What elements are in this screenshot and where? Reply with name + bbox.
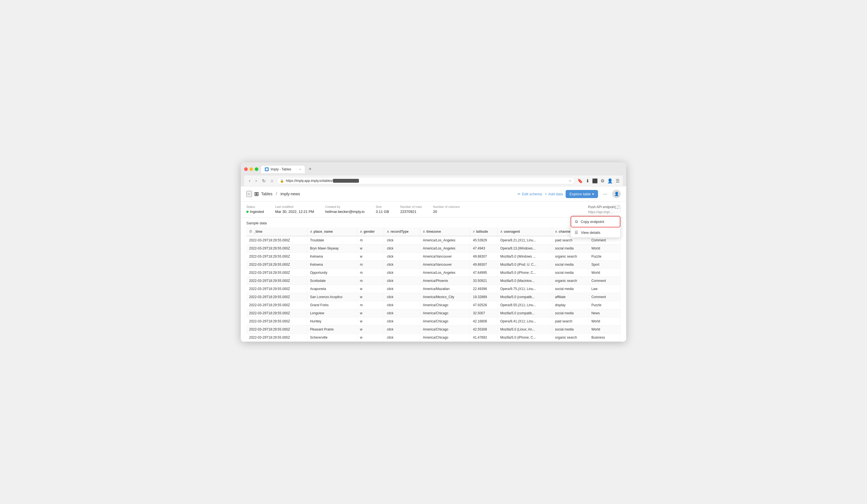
download-icon[interactable]: ⬇ (586, 178, 589, 184)
header-row: ⏱ _time A place_name (246, 227, 621, 236)
address-bar[interactable]: 🔒 https://imply.app.imply.io/tables/ ☆ (277, 177, 575, 184)
tab-close-button[interactable]: × (299, 168, 301, 171)
data-table: ⏱ _time A place_name (246, 227, 621, 342)
dropdown-menu: ⧉ Copy endpoint ☰ View details (570, 216, 621, 238)
table-row: 2022-03-29T18:29:55.000ZAcaponetawclickA… (246, 285, 621, 293)
table-container: ⏱ _time A place_name (246, 227, 621, 342)
cell-7-4: America/Mexico_City (420, 293, 470, 301)
cell-1-8: World (589, 245, 621, 253)
star-icon[interactable]: ☆ (568, 179, 572, 183)
add-data-button[interactable]: + Add data (545, 192, 563, 196)
cell-6-8: Law (589, 285, 621, 293)
back-button[interactable]: ‹ (247, 178, 251, 184)
tab-favicon (265, 167, 269, 171)
col-gender: A gender (357, 227, 384, 236)
details-icon: ☰ (575, 230, 578, 235)
url-masked (333, 179, 359, 183)
avatar-icon: 👤 (614, 192, 619, 196)
string-type-icon-5: A (500, 230, 503, 233)
status-label: Status (246, 205, 264, 208)
cell-3-5: 49.88307 (470, 261, 497, 269)
cell-0-3: click (384, 236, 420, 245)
close-traffic-light[interactable] (244, 167, 248, 171)
table-row: 2022-03-29T18:29:55.000ZHuntleywclickAme… (246, 318, 621, 325)
tab-title: Imply - Tables (271, 167, 291, 171)
refresh-button[interactable]: ↻ (260, 178, 267, 184)
string-type-icon-4: A (423, 230, 425, 233)
cell-6-3: click (384, 285, 420, 293)
profile-icon[interactable]: 👤 (607, 178, 613, 184)
extensions-icon[interactable]: ⬛ (592, 178, 598, 184)
cell-2-5: 49.88307 (470, 253, 497, 261)
avatar[interactable]: 👤 (612, 190, 621, 198)
cell-5-4: America/Phoenix (420, 277, 470, 285)
edit-schema-button[interactable]: ✏ Edit schema (517, 192, 542, 196)
header-more-button[interactable]: ··· (601, 190, 609, 198)
cell-7-2: w (357, 293, 384, 301)
cell-3-7: social media (552, 261, 589, 269)
breadcrumb-parent[interactable]: Tables (261, 192, 272, 196)
col-place-name-label: place_name (314, 230, 333, 234)
cell-5-3: click (384, 277, 420, 285)
cell-1-6: Opera/8.13.(Windows... (497, 245, 552, 253)
cell-5-5: 33.50921 (470, 277, 497, 285)
meta-more-button[interactable]: ··· (612, 205, 621, 212)
cell-4-1: Opportunity (307, 269, 357, 277)
cell-10-6: Opera/8.41.(X11; Linu... (497, 318, 552, 325)
nav-bar: ‹ › ↻ ⌂ 🔒 https://imply.app.imply.io/tab… (244, 175, 623, 186)
cell-11-5: 42.55308 (470, 325, 497, 334)
cell-11-0: 2022-03-29T18:29:55.000Z (246, 325, 307, 334)
status-dot (246, 211, 249, 213)
table-row: 2022-03-29T18:29:55.000ZLongviewwclickAm… (246, 309, 621, 318)
table-row: 2022-03-29T18:29:55.000ZScherervillewcli… (246, 334, 621, 342)
tables-icon: ⊞ (254, 191, 259, 197)
cell-10-1: Huntley (307, 318, 357, 325)
cell-8-3: click (384, 301, 420, 309)
cell-10-7: paid search (552, 318, 589, 325)
meta-last-modified: Last modified Mar 30, 2022, 12:21 PM (275, 205, 314, 214)
col-timezone-label: timezone (427, 230, 441, 234)
view-details-item[interactable]: ☰ View details (571, 227, 620, 237)
cell-3-4: America/Vancouver (420, 261, 470, 269)
cell-12-5: 41.47892 (470, 334, 497, 342)
cell-0-5: 45.53929 (470, 236, 497, 245)
menu-icon[interactable]: ☰ (616, 178, 620, 184)
table-header: ⏱ _time A place_name (246, 227, 621, 236)
new-tab-button[interactable]: + (307, 165, 314, 173)
string-type-icon-1: A (310, 230, 312, 233)
maximize-traffic-light[interactable] (255, 167, 258, 171)
cell-12-4: America/Chicago (420, 334, 470, 342)
plus-icon: + (545, 192, 547, 196)
cell-0-6: Opera/8.21.(X11; Linu... (497, 236, 552, 245)
size-value: 3.11 GB (376, 210, 389, 214)
view-details-label: View details (581, 230, 600, 235)
cell-12-6: Mozilla/5.0 (iPhone; C... (497, 334, 552, 342)
table-row: 2022-03-29T18:29:55.000ZGrand Forksmclic… (246, 301, 621, 309)
settings-icon[interactable]: ⚙ (600, 178, 604, 184)
cell-11-2: w (357, 325, 384, 334)
cell-6-6: Opera/9.75.(X11; Linu... (497, 285, 552, 293)
cell-10-5: 42.16808 (470, 318, 497, 325)
cell-3-2: m (357, 261, 384, 269)
cell-4-7: social media (552, 269, 589, 277)
cell-7-0: 2022-03-29T18:29:55.000Z (246, 293, 307, 301)
cell-7-7: affiliate (552, 293, 589, 301)
forward-button[interactable]: › (254, 178, 258, 184)
copy-icon: ⧉ (575, 219, 578, 224)
cell-4-6: Mozilla/5.0 (iPhone; C... (497, 269, 552, 277)
col-latitude-label: latitude (476, 230, 488, 234)
bookmarks-icon[interactable]: 🔖 (577, 178, 583, 184)
col-time: ⏱ _time (246, 227, 307, 236)
active-tab[interactable]: Imply - Tables × (260, 165, 305, 173)
cell-11-4: America/Chicago (420, 325, 470, 334)
minimize-traffic-light[interactable] (249, 167, 253, 171)
sample-section: Sample data ⏱ _time (241, 218, 626, 342)
meta-rows: Number of rows 22370921 (400, 205, 422, 214)
app-header: ← ⊞ Tables / imply-news ✏ Edit schema + … (241, 186, 626, 202)
cell-4-3: click (384, 269, 420, 277)
copy-endpoint-item[interactable]: ⧉ Copy endpoint (571, 216, 620, 227)
explore-table-button[interactable]: Explore table ▾ (566, 190, 598, 198)
table-row: 2022-03-29T18:29:55.000ZKelownawclickAme… (246, 253, 621, 261)
app-back-button[interactable]: ← (246, 191, 252, 197)
home-button[interactable]: ⌂ (269, 178, 275, 184)
